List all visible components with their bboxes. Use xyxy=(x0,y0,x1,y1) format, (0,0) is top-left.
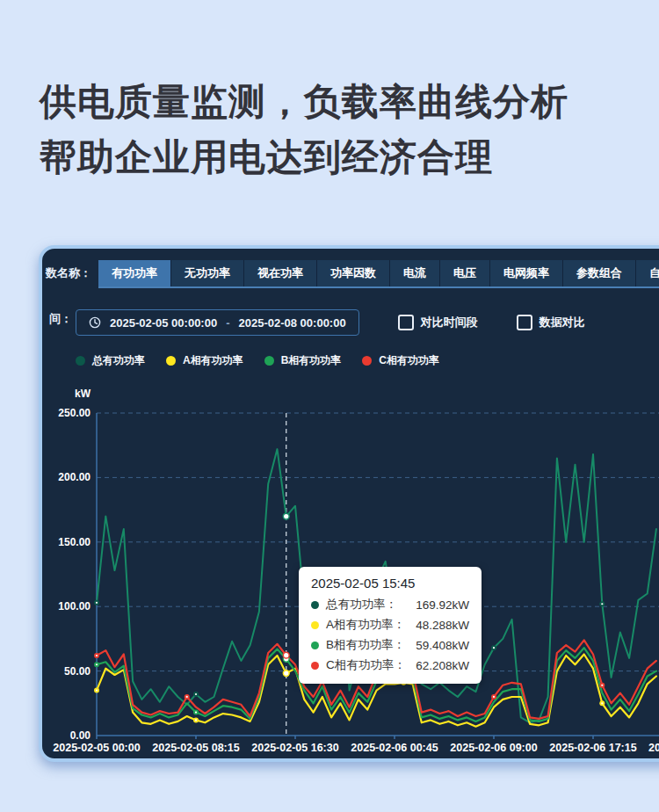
parameter-tabs: 有功功率无功功率视在功率功率因数电流电压电网频率参数组合自定义指标 xyxy=(98,260,659,288)
data-point-marker-center xyxy=(96,690,98,692)
legend-label: B相有功功率 xyxy=(281,353,342,368)
legend-dot-icon xyxy=(264,356,274,366)
y-axis-tick-label: 200.00 xyxy=(58,471,91,483)
data-compare-label: 数据对比 xyxy=(540,315,585,330)
page-title-line1: 供电质量监测，负载率曲线分析 xyxy=(40,81,568,122)
compare-period-label: 对比时间段 xyxy=(421,315,478,330)
tooltip-series-dot-icon xyxy=(311,662,319,670)
tooltip-row: A相有功功率：48.288kW xyxy=(311,617,469,633)
tooltip-series-value: 169.92kW xyxy=(412,598,469,612)
data-point-marker-center xyxy=(195,711,197,713)
tab-3[interactable]: 视在功率 xyxy=(244,260,317,286)
y-axis-tick-label: 100.00 xyxy=(58,600,91,613)
compare-period-checkbox-group[interactable]: 对比时间段 xyxy=(398,315,478,330)
x-axis-tick-label: 2025-02-05 16:30 xyxy=(251,742,338,754)
highlighted-data-point[interactable] xyxy=(283,671,289,677)
data-point-marker-center xyxy=(195,719,197,721)
time-range-separator: - xyxy=(226,316,229,330)
tooltip-series-dot-icon xyxy=(311,642,319,649)
x-axis-tick-label: 202 xyxy=(648,742,659,754)
data-point-marker-center xyxy=(96,655,98,656)
clock-icon xyxy=(89,316,101,329)
tab-9[interactable]: 自定义指标 xyxy=(636,260,659,286)
data-point-marker-center xyxy=(601,603,603,605)
tooltip-series-dot-icon xyxy=(311,601,319,609)
legend-dot-icon xyxy=(76,356,85,366)
x-axis-tick-label: 2025-02-06 17:15 xyxy=(549,742,636,754)
page: 供电质量监测，负载率曲线分析帮助企业用电达到经济合理 数名称： 有功功率无功功率… xyxy=(0,0,659,812)
data-point-marker-center xyxy=(493,696,495,698)
chart-tooltip: 2025-02-05 15:45 总有功功率：169.92kWA相有功功率：48… xyxy=(299,567,482,684)
y-axis-tick-label: 0.00 xyxy=(70,729,91,742)
data-point-marker-center xyxy=(186,696,188,698)
chart-legend: 总有功功率A相有功功率B相有功功率C相有功功率 xyxy=(42,353,659,368)
tooltip-series-label: B相有功功率： xyxy=(326,637,405,653)
tab-2[interactable]: 无功功率 xyxy=(171,260,244,286)
tooltip-row: C相有功功率：62.208kW xyxy=(311,657,469,673)
legend-label: 总有功功率 xyxy=(92,353,145,368)
tooltip-series-label: A相有功功率： xyxy=(326,617,405,633)
x-axis-tick-label: 2025-02-05 00:00 xyxy=(53,742,140,754)
tab-5[interactable]: 电流 xyxy=(390,260,440,286)
data-point-marker-center xyxy=(601,702,603,704)
tab-6[interactable]: 电压 xyxy=(440,260,490,286)
legend-dot-icon xyxy=(166,356,176,366)
data-compare-checkbox[interactable] xyxy=(517,315,532,330)
legend-label: A相有功功率 xyxy=(183,353,243,368)
legend-label: C相有功功率 xyxy=(379,353,439,368)
tab-1[interactable]: 有功功率 xyxy=(98,260,171,286)
tooltip-row: 总有功功率：169.92kW xyxy=(311,597,469,613)
y-axis-unit-label: kW xyxy=(75,388,91,400)
highlighted-data-point[interactable] xyxy=(283,652,289,658)
tab-8[interactable]: 参数组合 xyxy=(563,260,636,286)
data-point-marker-center xyxy=(195,693,197,695)
dashboard-panel: 数名称： 有功功率无功功率视在功率功率因数电流电压电网频率参数组合自定义指标 间… xyxy=(39,245,659,762)
time-end-value[interactable]: 2025-02-08 00:00:00 xyxy=(239,316,346,330)
parameter-row-label: 数名称： xyxy=(42,265,93,288)
time-range-picker[interactable]: 2025-02-05 00:00:00 - 2025-02-08 00:00:0… xyxy=(76,309,359,336)
legend-item-1[interactable]: 总有功功率 xyxy=(76,353,145,368)
tooltip-timestamp: 2025-02-05 15:45 xyxy=(311,576,469,591)
legend-item-2[interactable]: A相有功功率 xyxy=(166,353,243,368)
data-compare-checkbox-group[interactable]: 数据对比 xyxy=(517,315,585,330)
tab-4[interactable]: 功率因数 xyxy=(317,260,390,286)
data-point-marker-center xyxy=(601,685,603,686)
time-row-label: 间： xyxy=(46,311,74,334)
page-title-line2: 帮助企业用电达到经济合理 xyxy=(40,136,493,178)
compare-period-checkbox[interactable] xyxy=(398,315,414,330)
legend-item-4[interactable]: C相有功功率 xyxy=(362,353,439,368)
tooltip-series-dot-icon xyxy=(311,621,319,629)
tooltip-series-label: 总有功功率： xyxy=(326,597,397,613)
x-axis-tick-label: 2025-02-06 09:00 xyxy=(450,742,537,754)
tab-7[interactable]: 电网频率 xyxy=(490,260,563,286)
highlighted-data-point[interactable] xyxy=(283,513,289,519)
data-point-marker-center xyxy=(96,602,98,604)
y-axis-tick-label: 150.00 xyxy=(58,536,91,548)
data-point-marker-center xyxy=(493,647,495,649)
x-axis-tick-label: 2025-02-06 00:45 xyxy=(351,742,438,754)
legend-dot-icon xyxy=(362,356,372,366)
tooltip-series-label: C相有功功率： xyxy=(326,657,406,673)
time-filter-row: 间： 2025-02-05 00:00:00 - 2025-02-08 00:0… xyxy=(42,309,659,336)
time-start-value[interactable]: 2025-02-05 00:00:00 xyxy=(110,316,217,330)
tooltip-series-value: 59.408kW xyxy=(412,639,469,652)
page-title: 供电质量监测，负载率曲线分析帮助企业用电达到经济合理 xyxy=(40,74,568,185)
y-axis-tick-label: 250.00 xyxy=(58,407,91,419)
x-axis-tick-label: 2025-02-05 08:15 xyxy=(152,742,239,754)
data-point-marker-center xyxy=(96,663,98,665)
legend-item-3[interactable]: B相有功功率 xyxy=(264,353,342,368)
tooltip-row: B相有功功率：59.408kW xyxy=(311,637,469,653)
parameter-tab-row: 数名称： 有功功率无功功率视在功率功率因数电流电压电网频率参数组合自定义指标 xyxy=(42,249,659,288)
tooltip-series-value: 62.208kW xyxy=(412,659,469,672)
y-axis-tick-label: 50.00 xyxy=(64,665,91,678)
tooltip-series-value: 48.288kW xyxy=(412,619,469,632)
